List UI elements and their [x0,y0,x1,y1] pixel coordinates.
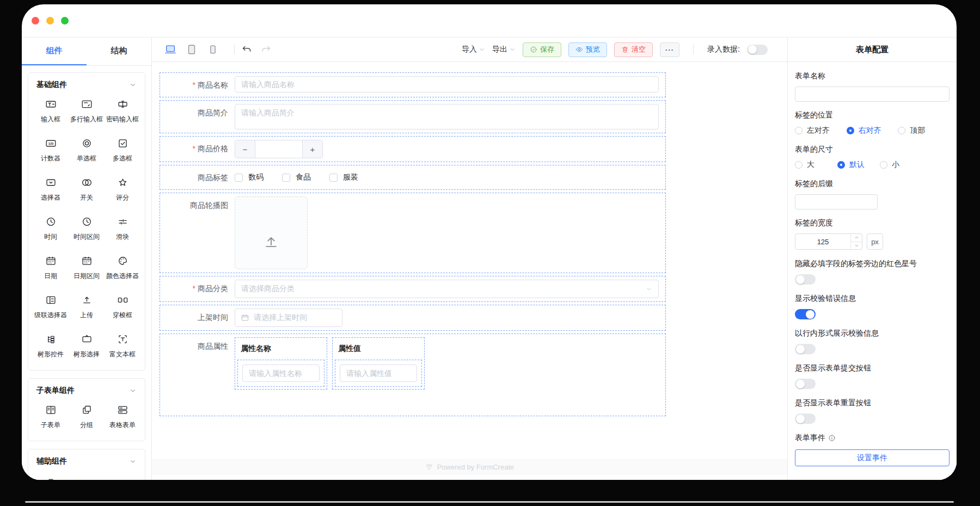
component-item[interactable] [33,475,69,480]
components-sidebar: 组件 结构 基础组件输入框多行输入框密码输入框123计数器单选框多选框选择器开关… [22,38,152,480]
component-item[interactable]: 时间区间 [69,216,105,242]
toggle-label: 以行内形式展示校验信息 [795,329,950,338]
clear-button[interactable]: 清空 [614,42,653,57]
close-window-button[interactable] [32,17,39,24]
component-item[interactable]: 子表单 [33,404,69,430]
component-item[interactable]: 日期 [33,255,69,281]
component-item[interactable]: 穿梭框 [105,294,140,320]
radio-option[interactable]: 小 [880,160,922,170]
component-item[interactable]: 输入框 [33,98,69,124]
component-item[interactable]: 多选框 [105,138,140,163]
show-submit-button-toggle[interactable] [795,379,816,389]
inline-error-message-toggle[interactable] [795,344,816,354]
subform-column[interactable]: 属性值 [332,337,425,390]
device-tablet-button[interactable] [185,44,198,55]
component-item[interactable]: 时间 [33,216,69,242]
component-item-label: 穿梭框 [113,311,132,320]
component-item[interactable]: 级联选择器 [33,294,69,320]
number-input[interactable] [255,140,302,158]
component-item-label: 时间区间 [74,232,100,242]
decrease-button[interactable]: − [235,140,255,158]
select-control[interactable]: 请选择商品分类 [235,280,659,298]
form-field-product-name[interactable]: *商品名称 [160,72,666,97]
component-item[interactable]: 密码输入框 [105,98,140,124]
radio-option[interactable]: 顶部 [898,126,950,135]
component-item[interactable]: 日期区间 [69,255,105,281]
component-group-header[interactable]: 子表单组件 [33,386,140,404]
form-size-radio-group: 大默认小 [795,160,950,170]
date-picker[interactable]: 请选择上架时间 [235,308,342,327]
entry-data-toggle[interactable] [747,45,768,55]
import-menu-button[interactable]: 导入 [462,45,485,54]
component-item[interactable]: 树形选择 [69,334,105,359]
form-field-product-price[interactable]: *商品价格−+ [160,136,666,162]
label-suffix-input[interactable] [795,194,878,209]
subform-input[interactable] [242,365,320,382]
subform-field[interactable] [335,360,422,387]
component-item[interactable]: 富文本框 [105,334,140,359]
subform-input[interactable] [340,365,417,382]
checkbox-option[interactable]: 服装 [329,172,358,182]
subform-field[interactable] [237,360,324,387]
form-field-product-attributes[interactable]: 商品属性属性名称属性值 [160,334,666,416]
select-icon [45,177,57,188]
form-name-input[interactable] [795,87,950,102]
step-down-button[interactable] [851,242,862,250]
component-item[interactable]: 单选框 [69,138,105,163]
preview-button[interactable]: 预览 [568,42,607,57]
checkbox-option[interactable]: 数码 [235,172,264,182]
component-item[interactable]: 开关 [69,177,105,202]
component-item-label: 输入框 [41,115,60,124]
component-item[interactable]: 评分 [105,177,140,202]
component-group-header[interactable]: 辅助组件 [33,456,140,475]
tab-components[interactable]: 组件 [22,38,87,65]
show-reset-button-toggle[interactable] [795,414,816,424]
form-field-product-category[interactable]: *商品分类请选择商品分类 [160,276,666,302]
checkbox-option[interactable]: 食品 [282,172,311,182]
minimize-window-button[interactable] [46,17,54,24]
form-field-product-tags[interactable]: 商品标签数码食品服装 [160,165,666,190]
radio-option[interactable]: 右对齐 [847,126,898,135]
text-input[interactable] [235,76,659,92]
save-button[interactable]: 保存 [523,42,561,57]
component-item[interactable]: 123计数器 [33,138,69,163]
component-item[interactable]: 表格表单 [105,404,140,430]
component-item[interactable] [105,475,140,480]
toggle-knob [796,345,805,354]
form-field-launch-time[interactable]: 上架时间请选择上架时间 [160,305,666,331]
component-item[interactable]: 颜色选择器 [105,255,140,281]
upload-dropzone[interactable] [235,196,308,269]
form-field-product-carousel[interactable]: 商品轮播图 [160,193,666,273]
show-error-message-toggle[interactable] [795,309,816,319]
more-button[interactable]: ··· [660,42,679,57]
form-event-label-row: 表单事件 [795,433,950,443]
component-item[interactable]: 上传 [69,294,105,320]
textarea-input[interactable] [235,104,659,129]
field-label: 商品轮播图 [167,196,235,214]
undo-button[interactable] [241,44,253,55]
zoom-window-button[interactable] [61,17,69,24]
subform-column[interactable]: 属性名称 [235,337,327,390]
radio-option[interactable]: 左对齐 [795,126,847,135]
import-label: 导入 [462,45,477,54]
increase-button[interactable]: + [302,140,322,158]
component-item[interactable]: 多行输入框 [69,98,105,124]
hide-required-asterisk-toggle[interactable] [795,274,816,285]
form-field-product-intro[interactable]: 商品简介 [160,100,666,133]
component-item[interactable] [69,475,105,480]
device-mobile-button[interactable] [206,44,219,55]
radio-option[interactable]: 默认 [837,160,880,170]
component-group-header[interactable]: 基础组件 [33,80,140,98]
component-item[interactable]: 树形控件 [33,334,69,359]
export-menu-button[interactable]: 导出 [492,45,516,54]
redo-button[interactable] [260,44,272,55]
component-item[interactable]: 滑块 [105,216,140,242]
step-up-button[interactable] [851,234,862,242]
label-width-input[interactable]: 125 [795,233,862,250]
set-event-button[interactable]: 设置事件 [795,449,950,466]
component-item[interactable]: 分组 [69,404,105,430]
tab-structure[interactable]: 结构 [87,38,151,65]
component-item[interactable]: 选择器 [33,177,69,202]
radio-option[interactable]: 大 [795,160,837,170]
device-desktop-button[interactable] [164,44,177,55]
